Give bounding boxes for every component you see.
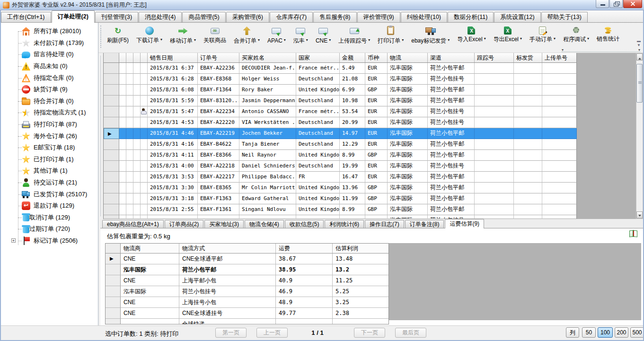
checkbox-cell[interactable] <box>133 183 141 193</box>
freight-row[interactable]: ▶ CNE 上海平邮小包 40.9 11.25 <box>106 275 388 286</box>
checkbox-cell[interactable] <box>119 215 126 219</box>
row-header-cell[interactable]: ▶ <box>106 319 121 324</box>
checkbox-cell[interactable] <box>119 150 126 161</box>
first-page-button[interactable]: 第一页 <box>215 328 247 338</box>
tree-expander-icon[interactable]: + <box>11 238 16 243</box>
freight-row[interactable]: ▶ CNE 上海挂号小包 48.9 3.25 <box>106 297 388 308</box>
scroll-down-icon[interactable] <box>636 211 643 219</box>
toolbar-button[interactable]: 导出Excel▾ <box>490 25 526 44</box>
sidebar-item[interactable]: 留言待处理 (0) <box>0 49 98 61</box>
close-button[interactable] <box>623 0 642 8</box>
checkbox-cell[interactable] <box>119 172 126 183</box>
toolbar-button[interactable]: 导入Excel▾ <box>453 25 489 44</box>
menu-tab[interactable]: 商品管理(5) <box>182 12 225 22</box>
checkbox-cell[interactable] <box>119 117 126 128</box>
column-header[interactable]: 买家姓名 <box>239 53 296 62</box>
row-header-cell[interactable]: ▶ <box>104 193 119 204</box>
checkbox-cell[interactable] <box>126 96 133 106</box>
toolbar-button[interactable]: 上传跟踪号▾ <box>335 25 374 44</box>
checkbox-cell[interactable] <box>126 172 133 183</box>
flag-cell[interactable] <box>141 183 148 193</box>
last-page-button[interactable]: 最后页 <box>395 328 426 338</box>
dropdown-arrow-icon[interactable]: ▾ <box>587 36 589 41</box>
dropdown-arrow-icon[interactable]: ▾ <box>284 38 286 42</box>
checkbox-cell[interactable] <box>119 63 126 74</box>
table-row[interactable]: ▶ 2015/8/31 5:47 EBAY-A22234 Antonio CAS… <box>104 106 577 117</box>
scroll-up-icon[interactable] <box>636 53 643 61</box>
detail-tab[interactable]: 操作日志(7) <box>365 220 404 228</box>
dropdown-arrow-icon[interactable]: ▾ <box>484 36 486 41</box>
row-header-cell[interactable]: ▶ <box>104 150 119 161</box>
row-header-cell[interactable]: ▶ <box>104 139 119 150</box>
checkbox-cell[interactable] <box>119 161 126 172</box>
page-size-100-button[interactable]: 100 <box>598 327 613 338</box>
menu-tab[interactable]: 评价管理(9) <box>357 12 400 22</box>
menu-tab[interactable]: 系统设置(12) <box>494 12 540 22</box>
checkbox-cell[interactable] <box>133 74 141 85</box>
sidebar-item[interactable]: 商品未知 (0) <box>0 61 98 72</box>
menu-tab[interactable]: 售后服务(8) <box>313 12 356 22</box>
dropdown-arrow-icon[interactable]: ▾ <box>329 38 331 42</box>
book-icon[interactable] <box>629 230 637 237</box>
freight-row[interactable]: ▶ 全球快递 <box>106 319 388 324</box>
row-header-cell[interactable]: ▶ <box>104 96 119 106</box>
sidebar-item[interactable]: 所有订单 (28010) <box>0 26 98 37</box>
dropdown-arrow-icon[interactable]: ▾ <box>160 37 162 42</box>
table-row[interactable]: ▶ 2015/8/31 4:46 EBAY-A22219 Jochen Bekk… <box>104 128 577 139</box>
checkbox-cell[interactable] <box>119 204 126 215</box>
sidebar-item[interactable]: 已打印订单 (1) <box>0 154 98 166</box>
dropdown-arrow-icon[interactable]: ▾ <box>368 38 370 42</box>
row-header-cell[interactable]: ▶ <box>104 74 119 85</box>
column-header[interactable]: 估算利润 <box>333 244 388 253</box>
freight-row[interactable]: ▶ 泓丰国际 荷兰小包挂号 46.9 5.25 <box>106 286 388 297</box>
row-header-cell[interactable]: ▶ <box>106 254 121 264</box>
column-header[interactable]: 国家 <box>296 53 340 62</box>
flag-cell[interactable] <box>141 85 148 96</box>
sidebar-item[interactable]: E邮宝订单 (18) <box>0 142 98 154</box>
sidebar-item[interactable]: + 标记订单 (2506) <box>0 235 98 247</box>
freight-row[interactable]: ▶ 泓丰国际 荷兰小包平邮 38.95 13.2 <box>106 264 388 275</box>
detail-tab[interactable]: 运费估算(9) <box>445 219 484 228</box>
checkbox-cell[interactable] <box>133 161 141 172</box>
checkbox-cell[interactable] <box>133 128 141 139</box>
toolbar-button[interactable]: 移动订单▾ <box>166 25 200 44</box>
freight-row[interactable]: ▶ CNE CNE全球通挂号 49.77 2.38 <box>106 308 388 319</box>
orders-scrollbar[interactable] <box>636 53 643 219</box>
columns-button[interactable]: 列 <box>566 327 579 338</box>
checkbox-cell[interactable] <box>126 85 133 96</box>
page-size-500-button[interactable]: 500 <box>630 327 644 338</box>
flag-cell[interactable] <box>141 172 148 183</box>
row-header-cell[interactable]: ▶ <box>104 204 119 215</box>
toolbar-button[interactable]: 手动订单▾ <box>526 25 559 44</box>
sidebar-item[interactable]: 待合并订单 (0) <box>0 96 98 107</box>
flag-cell[interactable] <box>141 74 148 85</box>
flag-cell[interactable] <box>141 63 148 74</box>
detail-tab[interactable]: 利润统计(6) <box>325 220 364 228</box>
toolbar-button[interactable]: 关联商品▾ <box>200 25 230 44</box>
row-header-cell[interactable]: ▶ <box>104 85 119 96</box>
column-header[interactable]: 物流 <box>388 53 428 62</box>
toolbar-collapsed-strip[interactable]: ▾▾ <box>562 48 640 52</box>
checkbox-cell[interactable] <box>133 117 141 128</box>
table-row[interactable]: ▶ 2015/8/31 6:08 EBAY-F1364 Rory Baker U… <box>104 85 577 96</box>
row-header-cell[interactable]: ▶ <box>106 286 121 297</box>
toolbar-button[interactable]: 销售统计▾ <box>593 25 623 44</box>
row-header-cell[interactable]: ▶ <box>104 117 119 128</box>
table-row[interactable]: ▶ 2015/8/31 6:37 EBAY-A22236 DECOUDIER J… <box>104 63 577 74</box>
sidebar-item[interactable]: 缺货订单 (9) <box>0 84 98 96</box>
flag-cell[interactable] <box>141 106 148 117</box>
menu-tab[interactable]: 纠纷处理(10) <box>401 12 447 22</box>
row-header-cell[interactable]: ▶ <box>104 215 119 219</box>
sidebar-item[interactable]: 海外仓订单 (26) <box>0 130 98 142</box>
checkbox-cell[interactable] <box>119 128 126 139</box>
page-size-200-button[interactable]: 200 <box>615 327 628 338</box>
table-row[interactable]: ▶ 2015/8/31 4:11 EBAY-E8366 Neil Raynor … <box>104 150 577 161</box>
column-header[interactable]: 运费 <box>276 244 333 253</box>
sidebar-item[interactable]: 过期订单 (720) <box>0 223 98 235</box>
toolbar-button[interactable]: 打印订单▾ <box>374 25 407 44</box>
table-row[interactable]: ▶ 泓丰国际 荷兰小包挂号 <box>104 215 577 219</box>
checkbox-cell[interactable] <box>126 193 133 204</box>
row-header-cell[interactable]: ▶ <box>106 275 121 286</box>
checkbox-cell[interactable] <box>119 139 126 150</box>
menu-tab[interactable]: 采购管理(6) <box>226 12 269 22</box>
